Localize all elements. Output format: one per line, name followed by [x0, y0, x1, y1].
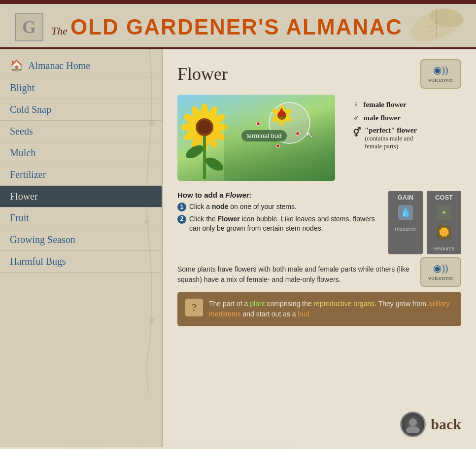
- sidebar-item-mulch[interactable]: Mulch: [0, 142, 162, 164]
- def-plant-highlight: plant: [250, 300, 265, 308]
- header: G The OLD GARDENER'S ALMANAC: [0, 4, 476, 49]
- sidebar-item-label: Blight: [10, 82, 34, 94]
- sidebar-item-label: Flower: [10, 191, 38, 202]
- back-button[interactable]: back: [431, 416, 461, 433]
- sidebar-item-fruit[interactable]: Fruit: [0, 207, 162, 229]
- diagram-legend-row: ▲ ↖ terminal bud ♀ female flower: [177, 95, 461, 186]
- cursor-icon: ↖: [306, 129, 314, 141]
- gain-cost-box: GAIN 💧 resource COST ✦ 🌼 resource: [388, 191, 461, 254]
- sidebar-item-label: Almanac Home: [28, 60, 90, 71]
- sidebar-item-label: Harmful Bugs: [10, 256, 66, 267]
- cost-column: COST ✦ 🌼 resource: [427, 191, 461, 254]
- def-bud-highlight: bud.: [298, 310, 311, 318]
- flower-diagram: ▲ ↖ terminal bud: [177, 95, 335, 181]
- definition-box: ? The part of a plant comprising the rep…: [177, 292, 461, 326]
- main-content: Flower ◉)) voiceover: [163, 49, 476, 447]
- red-dot: [256, 122, 260, 126]
- top-bar: [0, 0, 476, 4]
- sidebar-item-flower[interactable]: Flower: [0, 186, 162, 207]
- gain-resource-label: resource: [395, 226, 416, 232]
- female-symbol: ♀: [353, 100, 360, 110]
- how-to-step-1: 1 Click a node on one of your stems.: [177, 202, 378, 212]
- cost-header: COST: [435, 194, 453, 201]
- def-text-plain3: They grow from: [376, 300, 428, 308]
- decorative-leaf: [407, 8, 466, 42]
- how-to-text: How to add a Flower: 1 Click a node on o…: [177, 191, 378, 254]
- step-1-number: 1: [177, 203, 186, 211]
- header-big: OLD GARDENER'S ALMANAC: [70, 15, 403, 39]
- how-to-step-2: 2 Click the Flower icon bubble. Like lea…: [177, 214, 378, 234]
- svg-point-24: [204, 155, 226, 173]
- gain-column: GAIN 💧 resource: [388, 191, 423, 254]
- red-dot: [296, 132, 300, 136]
- svg-point-21: [198, 120, 211, 134]
- cost-icon-1: ✦: [437, 205, 451, 220]
- voiceover-button-top[interactable]: ◉)) voiceover: [420, 59, 461, 89]
- flower-legend: ♀ female flower ♂ male flower ⚥ "perfect…: [353, 100, 417, 186]
- legend-perfect: ⚥ "perfect" flower (contains male andfem…: [353, 126, 417, 150]
- def-reproductive-highlight: reproductive organs.: [313, 300, 376, 308]
- sidebar-item-harmful-bugs[interactable]: Harmful Bugs: [0, 251, 162, 273]
- gain-icon: 💧: [398, 205, 413, 220]
- header-title: The OLD GARDENER'S ALMANAC: [51, 15, 403, 39]
- def-text-plain1: The part of a: [209, 300, 250, 308]
- sound-icon: ◉)): [433, 64, 448, 76]
- page-title: Flower: [177, 64, 228, 84]
- female-label: female flower: [364, 101, 407, 109]
- definition-text: The part of a plant comprising the repro…: [209, 299, 453, 319]
- terminal-bud-label: terminal bud: [241, 130, 287, 141]
- arrow-up-icon: ▲: [274, 104, 288, 119]
- perfect-note: (contains male andfemale parts): [365, 135, 417, 150]
- voiceover-label-top: voiceover: [428, 76, 453, 84]
- sidebar-item-blight[interactable]: Blight: [0, 77, 162, 99]
- sidebar-item-label: Fruit: [10, 212, 29, 224]
- step-2-number: 2: [177, 215, 186, 224]
- home-icon: 🏠: [10, 59, 23, 72]
- legend-male: ♂ male flower: [353, 113, 417, 123]
- back-avatar: [400, 412, 426, 437]
- def-text-plain4: and start out as a: [241, 310, 298, 318]
- cost-icon-2: 🌼: [437, 225, 451, 240]
- def-text-plain2: comprising the: [265, 300, 314, 308]
- red-dot: [276, 144, 280, 148]
- logo-box: G: [15, 13, 43, 41]
- sunflower-decoration: [180, 103, 229, 181]
- sidebar-item-growing-season[interactable]: Growing Season: [0, 229, 162, 251]
- description-row: Some plants have flowers with both male …: [177, 257, 461, 290]
- sidebar-item-seeds[interactable]: Seeds: [0, 121, 162, 142]
- book-icon: ?: [185, 299, 203, 316]
- sidebar-vine-decoration: [142, 49, 157, 394]
- male-symbol: ♂: [353, 113, 360, 123]
- voiceover-label-2: voiceover: [428, 274, 453, 282]
- layout: 🏠 Almanac Home Blight Cold Snap Seeds Mu…: [0, 49, 476, 447]
- perfect-symbol: ⚥: [353, 127, 361, 138]
- sidebar-item-label: Mulch: [10, 147, 35, 159]
- sidebar-item-label: Fertilizer: [10, 169, 46, 180]
- svg-point-32: [409, 418, 417, 426]
- sidebar-item-almanac-home[interactable]: 🏠 Almanac Home: [0, 54, 162, 77]
- svg-point-33: [406, 426, 420, 433]
- back-section: back: [400, 412, 461, 437]
- gain-header: GAIN: [398, 194, 414, 201]
- sidebar-item-label: Seeds: [10, 126, 33, 137]
- sidebar: 🏠 Almanac Home Blight Cold Snap Seeds Mu…: [0, 49, 163, 447]
- svg-point-5: [149, 120, 155, 126]
- svg-point-6: [144, 219, 149, 224]
- cost-resource-label: resource: [434, 245, 455, 251]
- svg-point-7: [149, 317, 155, 323]
- sound-icon-2: ◉)): [433, 262, 448, 274]
- how-to-title: How to add a Flower:: [177, 191, 378, 199]
- sidebar-item-label: Growing Season: [10, 234, 75, 245]
- voiceover-button-bottom[interactable]: ◉)) voiceover: [420, 257, 461, 287]
- page-title-row: Flower ◉)) voiceover: [177, 59, 461, 89]
- sidebar-item-fertilizer[interactable]: Fertilizer: [0, 164, 162, 186]
- sidebar-item-cold-snap[interactable]: Cold Snap: [0, 99, 162, 121]
- perfect-label: "perfect" flower: [365, 126, 417, 134]
- step-2-text: Click the Flower icon bubble. Like leave…: [189, 214, 378, 234]
- header-the: The: [51, 25, 68, 37]
- sidebar-item-label: Cold Snap: [10, 104, 51, 115]
- legend-female: ♀ female flower: [353, 100, 417, 110]
- how-to-section: How to add a Flower: 1 Click a node on o…: [177, 191, 461, 254]
- description-text: Some plants have flowers with both male …: [177, 264, 412, 285]
- step-1-text: Click a node on one of your stems.: [189, 202, 297, 212]
